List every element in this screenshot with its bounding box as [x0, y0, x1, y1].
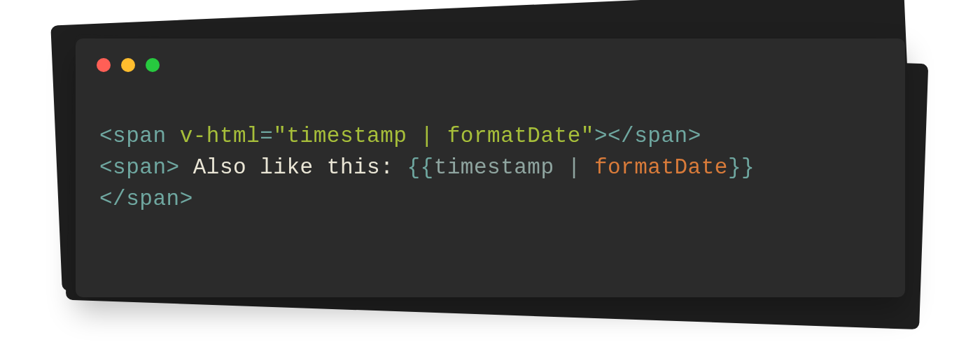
code-block: <span v-html="timestamp | formatDate"></…: [76, 79, 905, 236]
angle-open: <: [99, 124, 113, 148]
angle-close-end: >: [180, 187, 193, 211]
code-line-2: <span> Also like this: {{timestamp | for…: [99, 155, 755, 180]
attr-value: timestamp | formatDate: [286, 124, 580, 148]
angle-open-end: </: [608, 124, 634, 148]
tag-span-close: span: [126, 187, 179, 211]
minimize-icon[interactable]: [121, 58, 135, 72]
tag-span: span: [113, 124, 166, 148]
mustache-open: {{: [407, 155, 433, 180]
tag-span-close: span: [634, 124, 687, 148]
quote-close: ": [581, 124, 594, 148]
quote-open: ": [273, 124, 286, 148]
code-line-3: </span>: [99, 187, 193, 211]
angle-open: <: [99, 155, 113, 180]
tag-span: span: [113, 155, 166, 180]
fn-formatdate: formatDate: [594, 155, 728, 180]
zoom-icon[interactable]: [146, 58, 160, 72]
code-line-1: <span v-html="timestamp | formatDate"></…: [99, 124, 701, 148]
window-titlebar: [76, 38, 905, 79]
mustache-close: }}: [728, 155, 755, 180]
inline-text: Also like this:: [180, 155, 407, 180]
equals: =: [260, 124, 273, 148]
attr-name: v-html: [180, 124, 260, 148]
close-icon[interactable]: [97, 58, 111, 72]
pipe: |: [554, 155, 594, 180]
code-editor-window: <span v-html="timestamp | formatDate"></…: [76, 38, 905, 297]
angle-close-end: >: [688, 124, 701, 148]
angle-open-end: </: [99, 187, 126, 211]
angle-close: >: [594, 124, 608, 148]
var-timestamp: timestamp: [434, 155, 554, 180]
space: [167, 124, 180, 148]
angle-close: >: [167, 155, 180, 180]
